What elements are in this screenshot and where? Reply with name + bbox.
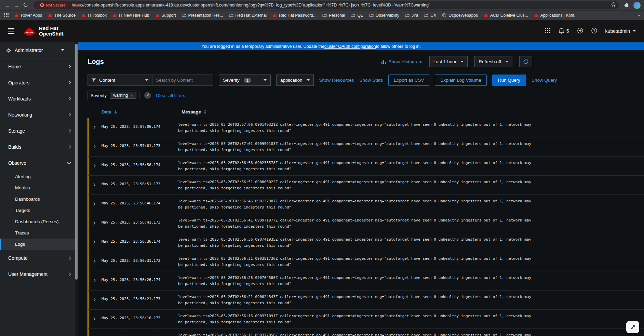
address-bar[interactable]: Not Secure https://console-openshift-con… [33, 1, 619, 9]
expand-chevron-icon[interactable] [89, 141, 100, 153]
browser-refresh-icon[interactable] [21, 2, 30, 8]
log-table-row[interactable]: May 25, 2025, 23:56:11.173 level=warn ts… [88, 329, 644, 336]
perspective-switcher[interactable]: Administrator [0, 42, 78, 58]
tenant-select[interactable]: application [276, 75, 314, 86]
bookmark-item[interactable]: Rover Apps [14, 13, 42, 18]
bookmark-item[interactable]: IT New Hire Hub [112, 13, 149, 18]
bookmark-item[interactable]: Support [155, 13, 176, 18]
sidebar-nav-item[interactable]: Traces [0, 227, 78, 239]
search-input[interactable] [152, 75, 213, 86]
explain-log-volume-button[interactable]: Explain Log Volume [435, 75, 486, 86]
sidebar-nav-item[interactable]: Metrics [0, 182, 78, 193]
log-table-row[interactable]: May 25, 2025, 23:56:51.173 level=warn ts… [88, 176, 644, 195]
message-column-header[interactable]: Message [177, 109, 206, 115]
filter-attribute-select[interactable]: Content [88, 75, 152, 86]
apps-grid-icon[interactable] [4, 13, 9, 18]
bookmark-item[interactable]: OcpqeWebapps [442, 13, 478, 18]
bookmark-item[interactable]: Jira [405, 13, 418, 18]
forward-icon[interactable]: → [12, 2, 21, 8]
clear-all-filters-link[interactable]: Clear all filters [156, 93, 185, 98]
show-resources-link[interactable]: Show Resources [319, 78, 354, 83]
bookmark-item[interactable]: Applications | Konf... [534, 13, 578, 18]
oauth-configuration-link[interactable]: cluster OAuth configuration [324, 44, 376, 49]
bookmark-icon [81, 13, 86, 17]
app-launcher-icon[interactable] [545, 28, 550, 35]
sidebar-nav-item[interactable]: Storage [0, 123, 78, 139]
bookmark-item[interactable]: UX [424, 13, 436, 18]
sidebar-nav-item[interactable]: Logs [0, 239, 78, 250]
time-range-select[interactable]: Last 1 hour [429, 56, 468, 67]
clear-filter-icon[interactable]: × [144, 92, 151, 99]
sidebar-nav-item[interactable]: Dashboards (Perses) [0, 216, 78, 227]
log-table-row[interactable]: May 25, 2025, 23:57:06.174 level=warn ts… [88, 118, 644, 137]
bookmark-item[interactable]: IT Toolbox [81, 13, 107, 18]
bookmarks-overflow-chevron[interactable]: » [638, 13, 640, 18]
export-csv-button[interactable]: Export as CSV [388, 75, 430, 86]
refresh-interval-select[interactable]: Refresh off [474, 56, 512, 67]
back-icon[interactable]: ← [3, 2, 12, 8]
bookmark-item[interactable]: QE [351, 13, 363, 18]
log-table-row[interactable]: May 25, 2025, 23:56:46.174 level=warn ts… [88, 195, 644, 214]
show-query-link[interactable]: Show Query [532, 78, 557, 83]
browser-profile-avatar[interactable] [633, 2, 641, 9]
extensions-icon[interactable] [624, 2, 629, 9]
expand-chevron-icon[interactable] [89, 256, 100, 268]
date-column-header[interactable]: Date [100, 109, 177, 115]
not-secure-badge[interactable]: Not Secure [37, 2, 69, 8]
sidebar-nav-item[interactable]: User Management [0, 266, 78, 282]
nav-toggle-hamburger-icon[interactable] [8, 28, 14, 34]
sidebar-nav-item[interactable]: Dashboards [0, 193, 78, 205]
bookmark-item[interactable]: The Source [48, 13, 76, 18]
bookmark-item[interactable]: Observability [369, 13, 399, 18]
show-stats-link[interactable]: Show Stats [360, 78, 383, 83]
log-table-row[interactable]: May 25, 2025, 23:57:01.173 level=warn ts… [88, 137, 644, 157]
log-table-row[interactable]: May 25, 2025, 23:56:36.174 level=warn ts… [88, 233, 644, 252]
sidebar-nav-item[interactable]: Networking [0, 107, 78, 123]
expand-chevron-icon[interactable] [89, 313, 100, 325]
sync-refresh-button[interactable] [519, 56, 532, 67]
screen-resize-overlay-button[interactable] [626, 321, 639, 333]
bookmark-item[interactable]: Red Hat External [229, 13, 267, 18]
expand-chevron-icon[interactable] [89, 237, 100, 249]
log-table-row[interactable]: May 25, 2025, 23:56:41.173 level=warn ts… [88, 214, 644, 233]
sidebar-nav-item[interactable]: Builds [0, 139, 78, 155]
log-table-row[interactable]: May 25, 2025, 23:56:21.173 level=warn ts… [88, 291, 644, 310]
bookmark-item[interactable]: Red Hat Password... [272, 13, 317, 18]
sidebar-nav-item[interactable]: Observe [0, 155, 78, 171]
log-table-row[interactable]: May 25, 2025, 23:56:56.174 level=warn ts… [88, 157, 644, 176]
expand-chevron-icon[interactable] [89, 294, 100, 306]
expand-chevron-icon[interactable] [89, 122, 100, 134]
expand-chevron-icon[interactable] [89, 160, 100, 172]
sidebar-nav-item[interactable]: Operators [0, 75, 78, 91]
log-table-row[interactable]: May 25, 2025, 23:56:26.174 level=warn ts… [88, 271, 644, 291]
sidebar-nav-item[interactable]: Compute [0, 250, 78, 266]
severity-select[interactable]: Severity 1 [219, 75, 271, 86]
bookmark-item[interactable]: Presentation Res... [182, 13, 223, 18]
sidebar-nav-item[interactable]: Targets [0, 205, 78, 216]
log-table-row[interactable]: May 25, 2025, 23:56:31.173 level=warn ts… [88, 252, 644, 271]
sidebar-scrollbar-thumb[interactable] [75, 44, 78, 280]
bookmark-star-icon[interactable] [611, 2, 616, 9]
sidebar-nav-item[interactable]: Alerting [0, 171, 78, 182]
log-table-row[interactable]: May 25, 2025, 23:56:16.173 level=warn ts… [88, 310, 644, 329]
sidebar-nav-item[interactable]: Workloads [0, 91, 78, 107]
bookmark-item[interactable]: ACM Coletive Clus... [484, 13, 528, 18]
notifications-button[interactable]: 5 [559, 28, 569, 34]
show-histogram-link[interactable]: Show Histogram [381, 59, 422, 64]
quick-create-icon[interactable] [577, 28, 583, 35]
user-menu[interactable]: kube:admin [605, 28, 636, 34]
url-text[interactable]: https://console-openshift-console.apps.e… [72, 3, 608, 8]
log-table-body: May 25, 2025, 23:57:06.174 level=warn ts… [88, 118, 644, 336]
bookmark-item[interactable]: Personal [322, 13, 345, 18]
expand-chevron-icon[interactable] [89, 198, 100, 211]
help-icon[interactable]: ? [591, 28, 597, 35]
bookmark-icon [182, 13, 186, 17]
expand-chevron-icon[interactable] [89, 275, 100, 287]
expand-chevron-icon[interactable] [89, 217, 100, 230]
sidebar-nav-item[interactable]: Home [0, 58, 78, 75]
run-query-button[interactable]: Run Query [492, 75, 526, 86]
chip-close-icon[interactable]: × [131, 93, 133, 98]
chip-group-label: Severity [91, 93, 107, 98]
expand-chevron-icon[interactable] [89, 332, 100, 336]
expand-chevron-icon[interactable] [89, 179, 100, 191]
